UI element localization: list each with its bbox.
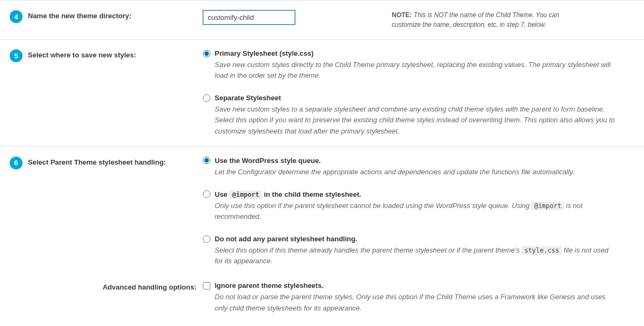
option-label: Use the WordPress style queue.	[215, 157, 321, 165]
step-6-left: 6 Select Parent Theme stylesheet handlin…	[0, 157, 203, 169]
option-desc: Select this option if this theme already…	[203, 245, 633, 266]
step-4-left: 4 Name the new theme directory:	[0, 10, 203, 23]
option-desc: Only use this option if the parent style…	[203, 201, 633, 222]
step-number-4: 4	[10, 10, 23, 23]
option-wordpress-queue: Use the WordPress style queue. Let the C…	[203, 157, 633, 177]
option-desc: Save new custom styles directly to the C…	[203, 60, 633, 81]
option-ignore-parent: Ignore parent theme stylesheets. Do not …	[203, 281, 633, 313]
advanced-label: Advanced handling options:	[103, 281, 196, 291]
radio-wordpress-queue[interactable]	[203, 157, 210, 164]
stylecss-code: style.css	[522, 246, 562, 255]
step-4-note: NOTE: This is NOT the name of the Child …	[392, 10, 585, 29]
radio-no-handling[interactable]	[203, 235, 210, 243]
step-6-section: 6 Select Parent Theme stylesheet handlin…	[0, 146, 644, 314]
theme-directory-input[interactable]	[203, 10, 295, 25]
step-number-5: 5	[10, 49, 23, 62]
step-number-6: 6	[10, 157, 23, 169]
import-code: @import	[229, 190, 262, 199]
step-6-right: Use the WordPress style queue. Let the C…	[203, 157, 644, 267]
radio-separate-stylesheet[interactable]	[203, 94, 210, 102]
option-label: Ignore parent theme stylesheets.	[215, 281, 324, 290]
option-label: Do not add any parent stylesheet handlin…	[215, 235, 357, 243]
step-6-label: Select Parent Theme stylesheet handling:	[28, 157, 166, 166]
step-4-right: NOTE: This is NOT the name of the Child …	[203, 10, 644, 29]
radio-primary-stylesheet[interactable]	[203, 50, 210, 57]
advanced-options-row: Advanced handling options: Ignore parent…	[0, 266, 644, 313]
option-desc: Let the Configurator determine the appro…	[203, 167, 633, 177]
step-4-label: Name the new theme directory:	[28, 10, 131, 20]
advanced-right: Ignore parent theme stylesheets. Do not …	[203, 281, 644, 313]
step-5-label: Select where to save new styles:	[28, 49, 136, 59]
note-text: This is NOT the name of the Child Theme.…	[392, 11, 559, 28]
step-4-section: 4 Name the new theme directory: NOTE: Th…	[0, 0, 644, 39]
option-desc: Save new custom styles to a separate sty…	[203, 104, 633, 136]
checkbox-ignore-parent[interactable]	[203, 282, 210, 290]
option-primary-stylesheet: Primary Stylesheet (style.css) Save new …	[203, 49, 633, 81]
option-label: Separate Stylesheet	[215, 94, 281, 102]
option-label: Primary Stylesheet (style.css)	[215, 49, 313, 57]
step-5-right: Primary Stylesheet (style.css) Save new …	[203, 49, 644, 137]
radio-import[interactable]	[203, 190, 210, 198]
step-5-section: 5 Select where to save new styles: Prima…	[0, 39, 644, 146]
advanced-left: Advanced handling options:	[0, 281, 203, 291]
option-desc: Do not load or parse the parent theme st…	[203, 292, 633, 313]
option-import: Use @import in the child theme styleshee…	[203, 190, 633, 222]
option-separate-stylesheet: Separate Stylesheet Save new custom styl…	[203, 94, 633, 136]
import-code: @import	[531, 202, 564, 210]
option-label: Use @import in the child theme styleshee…	[215, 190, 361, 198]
note-label: NOTE:	[392, 11, 412, 19]
option-no-handling: Do not add any parent stylesheet handlin…	[203, 235, 633, 266]
step-5-left: 5 Select where to save new styles:	[0, 49, 203, 62]
